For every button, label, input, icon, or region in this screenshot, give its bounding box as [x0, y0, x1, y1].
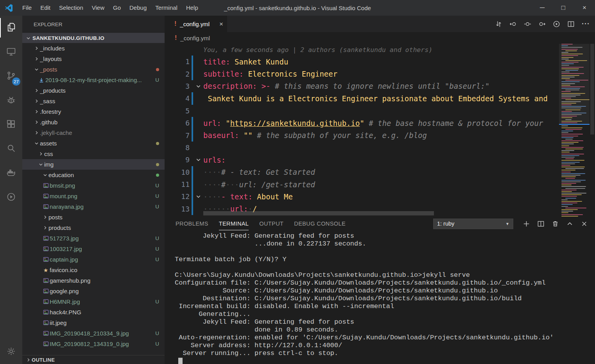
code-line[interactable]: 2subtitle: Electronics Engineer	[165, 68, 595, 80]
menu-item-terminal[interactable]: Terminal	[151, 0, 182, 16]
chevron-down-icon[interactable]	[42, 172, 48, 178]
chevron-right-icon[interactable]	[33, 88, 40, 93]
tree-item[interactable]: ★favicon.ico	[22, 265, 165, 275]
tree-item[interactable]: .jekyll-cache	[22, 127, 165, 138]
terminal[interactable]: Jekyll Feed: Generating feed for posts .…	[165, 230, 595, 364]
minimize-button[interactable]: ─	[532, 0, 553, 16]
split-editor-icon[interactable]	[567, 20, 575, 28]
chevron-right-icon[interactable]	[33, 99, 40, 104]
tree-item[interactable]: css	[22, 149, 165, 159]
minimap[interactable]	[559, 44, 590, 217]
menu-item-go[interactable]: Go	[109, 0, 125, 16]
add-terminal-icon[interactable]	[523, 220, 530, 228]
fold-icon[interactable]	[193, 194, 203, 199]
tree-item[interactable]: assets	[22, 138, 165, 149]
tree-item[interactable]: _products	[22, 85, 165, 96]
tree-item[interactable]: products	[22, 222, 165, 233]
menu-item-view[interactable]: View	[88, 0, 109, 16]
tree-item[interactable]: 1003217.jpgU	[22, 244, 165, 254]
tree-item[interactable]: posts	[22, 212, 165, 222]
previous-change-icon[interactable]	[509, 20, 517, 28]
activity-item-remote[interactable]	[0, 40, 22, 64]
code-line[interactable]: 6url: "https://sanketkundu.github.io" # …	[165, 117, 595, 129]
activity-item-docker[interactable]	[0, 161, 22, 185]
more-actions-icon[interactable]: ···	[582, 20, 590, 28]
menu-item-help[interactable]: Help	[182, 0, 203, 16]
tree-item[interactable]: narayana.jpgU	[22, 201, 165, 212]
activity-item-source-control[interactable]: 27	[0, 64, 22, 88]
chevron-right-icon[interactable]	[33, 120, 40, 125]
menu-item-debug[interactable]: Debug	[125, 0, 151, 16]
menu-item-edit[interactable]: Edit	[36, 0, 55, 16]
code-line[interactable]: 9urls:	[165, 154, 595, 166]
fold-icon[interactable]	[193, 157, 203, 163]
code-line[interactable]: 7baseurl: "" # the subpath of your site,…	[165, 129, 595, 141]
tab-config-yml[interactable]: ! _config.yml ×	[165, 16, 227, 32]
code-line[interactable]: 4 Sanket Kundu is a Electronics Engineer…	[165, 92, 595, 104]
maximize-panel-icon[interactable]	[566, 220, 573, 228]
panel-tab-problems[interactable]: PROBLEMS	[176, 217, 208, 230]
tree-item[interactable]: 517273.jpgU	[22, 233, 165, 244]
blame-annotation[interactable]: You, a few seconds ago | 2 authors (sank…	[165, 44, 595, 56]
tree-item[interactable]: education	[22, 170, 165, 180]
tab-close-icon[interactable]: ×	[219, 21, 223, 27]
tree-item[interactable]: google.png	[22, 286, 165, 296]
tree-item[interactable]: .forestry	[22, 106, 165, 117]
chevron-right-icon[interactable]	[33, 130, 40, 135]
chevron-right-icon[interactable]	[42, 225, 48, 230]
chevron-right-icon[interactable]	[33, 109, 40, 114]
activity-item-extensions[interactable]	[0, 113, 22, 137]
code-line[interactable]: 5	[165, 105, 595, 117]
breadcrumb[interactable]: ! _config.yml	[165, 32, 595, 44]
tree-item[interactable]: _posts	[22, 64, 165, 75]
chevron-right-icon[interactable]	[33, 56, 40, 61]
activity-item-settings[interactable]	[0, 340, 22, 364]
vertical-scrollbar-thumb[interactable]	[590, 44, 594, 134]
menu-item-selection[interactable]: Selection	[55, 0, 88, 16]
activity-item-search[interactable]	[0, 137, 22, 161]
panel-tab-terminal[interactable]: TERMINAL	[219, 217, 249, 230]
vertical-scrollbar[interactable]	[590, 44, 595, 217]
code-line[interactable]: 10····# - text: Get Started	[165, 166, 595, 178]
tree-item[interactable]: mount.pngU	[22, 191, 165, 201]
fold-icon[interactable]	[193, 83, 203, 89]
chevron-right-icon[interactable]	[33, 46, 40, 51]
code-line[interactable]: 8	[165, 142, 595, 154]
next-change-icon[interactable]	[538, 20, 546, 28]
split-terminal-icon[interactable]	[537, 220, 545, 228]
chevron-down-icon[interactable]	[25, 36, 32, 41]
code-line[interactable]: 1title: Sanket Kundu	[165, 56, 595, 68]
tree-item[interactable]: _layouts	[22, 54, 165, 64]
tree-item[interactable]: H6MNR.jpgU	[22, 296, 165, 307]
tree-item[interactable]: 2019-08-12-my-first-project-making...U	[22, 75, 165, 85]
tree-item[interactable]: gamershub.png	[22, 275, 165, 286]
tree-root-folder[interactable]: SANKETKUNDU.GITHUB.IO	[22, 33, 165, 43]
activity-item-explorer[interactable]	[0, 16, 22, 40]
menu-item-file[interactable]: File	[18, 0, 36, 16]
chevron-down-icon[interactable]	[33, 67, 40, 72]
compare-changes-icon[interactable]	[495, 20, 502, 28]
maximize-button[interactable]: □	[553, 0, 574, 16]
activity-item-run[interactable]	[0, 185, 22, 210]
chevron-right-icon[interactable]	[42, 215, 48, 220]
panel-tab-debug-console[interactable]: DEBUG CONSOLE	[294, 217, 346, 230]
outline-section-header[interactable]: OUTLINE	[22, 355, 165, 364]
close-button[interactable]: ×	[574, 0, 595, 16]
tree-item[interactable]: _includes	[22, 43, 165, 54]
tree-item[interactable]: hack4r.PNG	[22, 307, 165, 317]
tree-item[interactable]: iit.jpeg	[22, 317, 165, 328]
terminal-dropdown[interactable]: 1: ruby ▼	[433, 219, 513, 229]
tree-item[interactable]: bmsit.pngU	[22, 180, 165, 191]
chevron-right-icon[interactable]	[38, 151, 44, 156]
code-line[interactable]: 11····#···url: /get-started	[165, 178, 595, 190]
panel-tab-output[interactable]: OUTPUT	[259, 217, 283, 230]
tree-item[interactable]: _sass	[22, 96, 165, 106]
code-editor[interactable]: You, a few seconds ago | 2 authors (sank…	[165, 44, 595, 217]
tree-item[interactable]: img	[22, 159, 165, 170]
tree-item[interactable]: IMG_20190418_210334_9.jpgU	[22, 328, 165, 339]
horizontal-scrollbar[interactable]	[203, 211, 434, 215]
chevron-down-icon[interactable]	[38, 162, 44, 167]
activity-item-debug[interactable]	[0, 88, 22, 113]
code-line[interactable]: 3description: >- # this means to ignore …	[165, 80, 595, 92]
close-panel-icon[interactable]	[581, 220, 588, 228]
